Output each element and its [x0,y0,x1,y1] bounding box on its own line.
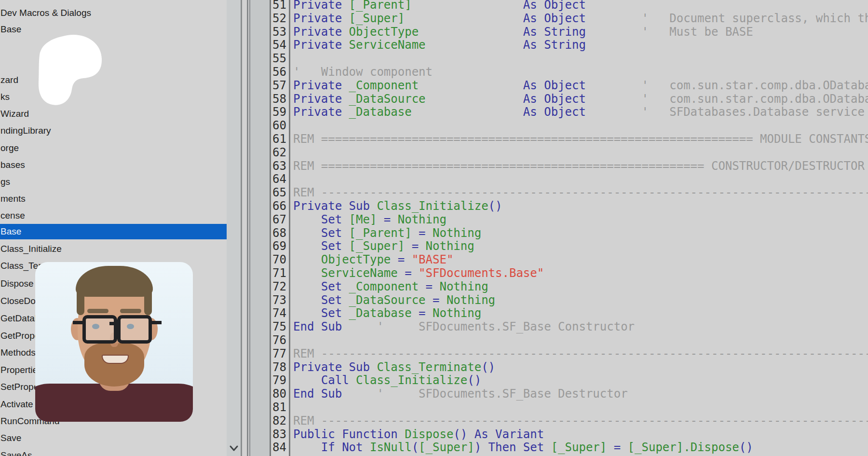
photo-glasses-lens [82,315,117,344]
photo-glasses-temple [151,321,162,324]
code-line: Private _Component As Object ' com.sun.s… [290,79,868,93]
line-number: 75 [271,320,289,334]
tree-item[interactable]: Class_Initialize [0,241,62,257]
code-line: ' Window component [290,66,868,79]
line-number: 73 [271,294,289,307]
tree-item[interactable]: orge [0,140,19,156]
line-number: 58 [271,93,289,106]
code-line: REM ------------------------------------… [290,347,868,361]
line-number: 70 [271,253,289,267]
code-line: REM ------------------------------------… [290,186,868,200]
code-line: ObjectType = "BASE" [290,253,868,267]
tree-item[interactable]: Base [0,22,21,37]
line-number: 83 [271,428,289,442]
code-line: Call Class_Initialize() [290,374,868,387]
tree-item[interactable]: cense [0,208,25,223]
tree-item[interactable]: ments [0,191,26,207]
line-number: 53 [271,26,289,39]
code-line: Private Sub Class_Terminate() [290,361,868,374]
line-number: 80 [271,387,289,401]
code-line: End Sub ' SFDocuments.SF_Base Constructo… [290,320,868,334]
line-number: 55 [271,52,289,66]
tree-item[interactable]: Wizard [0,106,29,122]
tree-item[interactable]: zard [0,72,18,88]
code-editor[interactable]: Private [_Parent] As ObjectPrivate [_Sup… [290,0,868,456]
code-line: Set _Database = Nothing [290,307,868,320]
tree-item[interactable]: ks [0,89,10,105]
code-line: Set _Component = Nothing [290,280,868,294]
code-line: REM ====================================… [290,160,868,173]
chevron-down-icon [228,448,240,456]
code-line: End Sub ' SFDocuments.SF_Base Destructor [290,387,868,401]
tree-item[interactable]: Save [0,430,21,446]
code-line: Private [_Parent] As Object [290,0,868,12]
line-number: 63 [271,160,289,173]
line-number: 65 [271,186,289,200]
code-line [290,334,868,347]
line-number: 79 [271,374,289,387]
tree-item[interactable]: Dev Macros & Dialogs [0,5,91,21]
breakpoint-margin[interactable] [250,0,270,456]
line-number: 69 [271,240,289,253]
photo-hair [76,266,153,297]
code-line: Set [_Super] = Nothing [290,240,868,253]
line-number: 62 [271,146,289,160]
photo-hair [144,288,152,315]
line-number: 81 [271,401,289,415]
code-line: Private ObjectType As String ' Must be B… [290,26,868,39]
code-line [290,173,868,186]
tree-item[interactable]: ndingLibrary [0,123,51,138]
photo-glasses-temple [73,321,83,324]
code-line: Private Sub Class_Initialize() [290,200,868,213]
tree-item[interactable]: bases [0,157,25,173]
code-line: Set _DataSource = Nothing [290,294,868,307]
line-number: 68 [271,227,289,240]
line-number: 76 [271,334,289,347]
code-line: Set [_Parent] = Nothing [290,227,868,240]
line-number: 74 [271,307,289,320]
line-number: 60 [271,119,289,133]
line-number: 51 [271,0,289,12]
profile-photo [35,262,193,422]
code-line: ServiceName = "SFDocuments.Base" [290,267,868,280]
code-line: Set [Me] = Nothing [290,213,868,227]
code-line: Public Function Dispose() As Variant [290,428,868,442]
line-number: 61 [271,133,289,146]
basic-ide-window: Dev Macros & DialogsBasezardksWizardndin… [0,0,868,456]
code-line [290,52,868,66]
code-line: If Not IsNull([_Super]) Then Set [_Super… [290,441,868,455]
tree-item[interactable]: SaveAs [0,448,32,456]
code-line: REM ------------------------------------… [290,415,868,428]
line-number: 64 [271,173,289,186]
tree-item[interactable]: gs [0,174,10,190]
line-number-gutter: 5152535455565758596061626364656667686970… [271,0,289,456]
code-line: Private [_Super] As Object ' Document su… [290,12,868,26]
code-line: REM ====================================… [290,133,868,146]
line-number: 57 [271,79,289,93]
photo-eyebrow [87,309,108,313]
tree-scrollbar[interactable] [227,0,241,456]
code-line [290,401,868,415]
line-number: 82 [271,415,289,428]
photo-glasses-bridge [109,322,118,325]
scroll-down-button[interactable] [228,442,240,455]
line-number: 56 [271,66,289,79]
photo-mouth [102,355,129,364]
line-number: 71 [271,267,289,280]
tree-item[interactable]: Activate [0,397,33,412]
tree-item-selected[interactable]: Base [0,224,227,239]
line-number: 52 [271,12,289,26]
line-number: 66 [271,200,289,213]
code-line [290,119,868,133]
line-number: 78 [271,361,289,374]
line-number: 59 [271,106,289,119]
line-number: 72 [271,280,289,294]
photo-beard [84,343,144,387]
splitter-handle[interactable] [247,0,248,456]
photo-hair [77,288,84,315]
tree-item[interactable]: Methods [0,345,36,360]
line-number: 77 [271,347,289,361]
code-line: Private _DataSource As Object ' com.sun.… [290,93,868,106]
tree-item[interactable]: Dispose [0,276,34,291]
code-line: Private _Database As Object ' SFDatabase… [290,106,868,119]
